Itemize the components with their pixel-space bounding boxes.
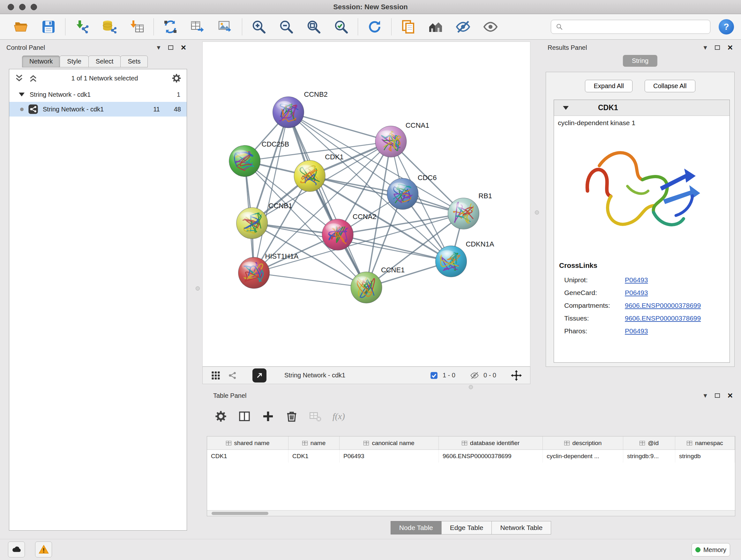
crosslink-link[interactable]: 9606.ENSP00000378699 xyxy=(625,302,701,309)
tab-node-table[interactable]: Node Table xyxy=(391,521,442,535)
grid-icon[interactable] xyxy=(211,371,220,380)
network-collection-row[interactable]: String Network - cdk1 1 xyxy=(9,87,187,102)
table-row[interactable]: CDK1 CDK1 P06493 9606.ENSP00000378699 cy… xyxy=(207,450,735,462)
hide-details-button[interactable] xyxy=(454,17,472,37)
panel-float-icon[interactable]: ▾ xyxy=(704,392,707,399)
network-row-selected[interactable]: String Network - cdk1 11 48 xyxy=(9,102,187,117)
export-image-button[interactable] xyxy=(216,17,234,37)
collapse-all-button[interactable]: Collapse All xyxy=(645,80,695,92)
zoom-out-button[interactable] xyxy=(277,17,295,37)
collapse-section-icon[interactable] xyxy=(563,106,569,110)
cell-database-identifier[interactable]: 9606.ENSP00000378699 xyxy=(439,450,543,462)
column-header[interactable]: @id xyxy=(623,436,675,449)
svg-text:CCNA1: CCNA1 xyxy=(406,121,429,129)
column-header[interactable]: canonical name xyxy=(340,436,439,449)
crosslink-link[interactable]: 9606.ENSP00000378699 xyxy=(625,314,701,322)
cell-description[interactable]: cyclin-dependent ... xyxy=(543,450,623,462)
column-header[interactable]: description xyxy=(543,436,623,449)
crosslink-link[interactable]: P06493 xyxy=(625,276,648,284)
column-menu-icon[interactable] xyxy=(462,441,467,445)
right-splitter-handle[interactable] xyxy=(535,210,539,214)
refresh-button[interactable] xyxy=(366,17,384,37)
tab-style[interactable]: Style xyxy=(60,56,88,67)
save-session-button[interactable] xyxy=(40,17,57,37)
window-minimize-button[interactable] xyxy=(19,4,25,10)
gear-icon[interactable] xyxy=(172,73,182,83)
columns-icon[interactable] xyxy=(238,410,251,423)
move-crosshair-icon[interactable] xyxy=(511,370,522,381)
export-table-button[interactable] xyxy=(189,17,207,37)
horizontal-splitter-handle[interactable] xyxy=(469,385,473,389)
zoom-in-button[interactable] xyxy=(250,17,268,37)
share-icon[interactable] xyxy=(227,371,237,380)
help-button[interactable]: ? xyxy=(719,19,734,35)
window-close-button[interactable] xyxy=(8,4,14,10)
column-header[interactable]: name xyxy=(288,436,340,449)
node-table[interactable]: shared name name canonical name database… xyxy=(207,436,735,516)
column-header[interactable]: database identifier xyxy=(439,436,543,449)
column-menu-icon[interactable] xyxy=(226,441,231,445)
tab-network-table[interactable]: Network Table xyxy=(491,521,551,535)
column-menu-icon[interactable] xyxy=(564,441,569,445)
cell-name[interactable]: CDK1 xyxy=(288,450,340,462)
cloud-status-button[interactable] xyxy=(8,542,25,557)
selected-checkbox-icon[interactable] xyxy=(430,371,438,380)
expand-all-icon[interactable] xyxy=(28,73,38,83)
panel-close-icon[interactable]: × xyxy=(728,43,733,52)
import-table-button[interactable] xyxy=(128,17,146,37)
clone-network-button[interactable] xyxy=(161,17,179,37)
tab-select[interactable]: Select xyxy=(88,56,121,67)
tab-string[interactable]: String xyxy=(623,55,657,67)
crosslink-link[interactable]: P06493 xyxy=(625,289,648,297)
column-menu-icon[interactable] xyxy=(639,441,645,445)
horizontal-scrollbar[interactable] xyxy=(207,510,735,516)
left-splitter-handle[interactable] xyxy=(196,287,200,291)
window-zoom-button[interactable] xyxy=(30,4,37,10)
crosslink-link[interactable]: P06493 xyxy=(625,327,648,335)
scrollbar-thumb[interactable] xyxy=(212,512,268,515)
panel-maximize-icon[interactable] xyxy=(715,393,720,398)
tab-sets[interactable]: Sets xyxy=(120,56,148,67)
zoom-fit-button[interactable] xyxy=(305,17,323,37)
column-menu-icon[interactable] xyxy=(302,441,308,445)
cell-namespace[interactable]: stringdb xyxy=(675,450,735,462)
panel-float-icon[interactable]: ▾ xyxy=(157,44,160,51)
cell-canonical-name[interactable]: P06493 xyxy=(340,450,439,462)
tab-network[interactable]: Network xyxy=(22,56,60,67)
open-in-window-button[interactable] xyxy=(253,368,266,382)
gear-icon[interactable] xyxy=(214,410,227,423)
copy-style-button[interactable] xyxy=(399,17,417,37)
show-details-button[interactable] xyxy=(482,17,499,37)
warning-status-button[interactable] xyxy=(35,542,52,557)
tab-edge-table[interactable]: Edge Table xyxy=(441,521,492,535)
function-builder-button[interactable]: f(x) xyxy=(333,411,345,422)
column-menu-icon[interactable] xyxy=(687,441,692,445)
import-network-file-button[interactable] xyxy=(73,17,91,37)
protein-section-header[interactable]: CDK1 xyxy=(554,100,730,116)
collapse-all-icon[interactable] xyxy=(14,73,24,83)
panel-close-icon[interactable]: × xyxy=(728,391,733,400)
tree-expand-icon[interactable] xyxy=(19,92,24,97)
memory-button[interactable]: Memory xyxy=(691,543,730,557)
zoom-selected-button[interactable] xyxy=(332,17,350,37)
add-icon[interactable] xyxy=(262,410,274,423)
hidden-eye-slash-icon[interactable] xyxy=(470,371,479,380)
network-canvas[interactable]: CCNB2CCNA1CDC25BCDK1CDC6RB1CCNB1CCNA2CDK… xyxy=(202,42,530,367)
import-network-database-button[interactable] xyxy=(100,17,118,37)
overview-button[interactable] xyxy=(427,17,445,37)
panel-maximize-icon[interactable] xyxy=(168,45,173,50)
search-box[interactable] xyxy=(551,20,711,34)
cell-id[interactable]: stringdb:9... xyxy=(623,450,675,462)
crosslink-label: Compartments: xyxy=(564,302,625,309)
open-session-button[interactable] xyxy=(12,17,30,37)
column-header[interactable]: shared name xyxy=(207,436,288,449)
panel-close-icon[interactable]: × xyxy=(181,43,186,52)
expand-all-button[interactable]: Expand All xyxy=(585,80,632,92)
panel-maximize-icon[interactable] xyxy=(715,45,720,50)
delete-icon[interactable] xyxy=(285,410,298,423)
column-menu-icon[interactable] xyxy=(363,441,369,445)
panel-float-icon[interactable]: ▾ xyxy=(704,44,707,51)
search-input[interactable] xyxy=(566,23,705,30)
column-header[interactable]: namespac xyxy=(675,436,735,449)
cell-shared-name[interactable]: CDK1 xyxy=(207,450,288,462)
